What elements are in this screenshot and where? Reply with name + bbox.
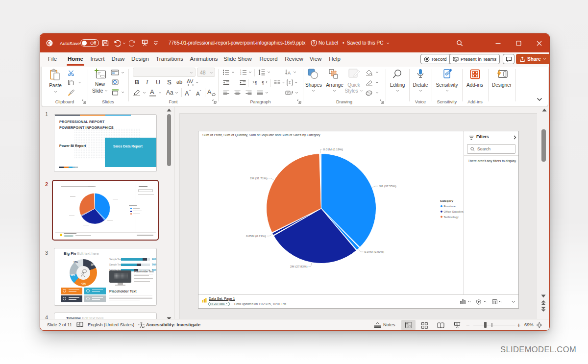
align-center-icon[interactable] xyxy=(234,90,241,96)
clipboard-dialog-launcher-icon[interactable] xyxy=(82,99,86,104)
tab-home[interactable]: Home xyxy=(66,52,85,65)
columns-icon[interactable] xyxy=(274,80,280,85)
cut-icon[interactable] xyxy=(68,70,74,76)
collapse-ribbon-icon[interactable] xyxy=(537,97,542,101)
tab-insert[interactable]: Insert xyxy=(88,52,107,65)
copy-dropdown-icon[interactable] xyxy=(78,81,81,84)
paragraph-dialog-launcher-icon[interactable] xyxy=(297,99,301,104)
tab-transitions[interactable]: Transitions xyxy=(155,52,184,65)
layout-icon[interactable] xyxy=(111,70,119,75)
tab-draw[interactable]: Draw xyxy=(109,52,127,65)
font-size-combo[interactable]: 48 xyxy=(197,68,215,77)
shape-outline-icon[interactable] xyxy=(366,80,373,86)
dictate-button[interactable] xyxy=(416,69,424,79)
format-painter-icon[interactable] xyxy=(67,89,74,96)
filters-search-box[interactable]: Search xyxy=(467,144,515,154)
text-shadow-button[interactable]: S xyxy=(167,79,171,86)
columns-dropdown-icon[interactable] xyxy=(282,81,285,84)
justify-dropdown-icon[interactable] xyxy=(265,92,269,94)
next-slide-button[interactable] xyxy=(541,307,546,312)
shape-effects-dropdown-icon[interactable] xyxy=(375,92,379,94)
rtl-paragraph-icon[interactable]: ¶ xyxy=(262,80,268,85)
tab-animations[interactable]: Animations xyxy=(189,52,219,65)
font-color-button[interactable]: A xyxy=(150,88,154,96)
highlight-dropdown-icon[interactable] xyxy=(143,92,146,94)
zoom-in-button[interactable]: + xyxy=(517,319,521,330)
tab-help[interactable]: Help xyxy=(327,52,343,65)
save-icon[interactable] xyxy=(102,40,109,47)
slide-1-thumbnail[interactable]: PROFESSIONAL REPORTPOWERPOINT INFOGRAPHI… xyxy=(54,114,157,172)
layout-dropdown-icon[interactable] xyxy=(121,72,124,74)
zoom-slider-knob[interactable] xyxy=(484,322,487,328)
align-left-icon[interactable] xyxy=(223,90,229,96)
text-direction-icon[interactable]: A xyxy=(285,69,291,75)
bold-button[interactable]: B xyxy=(135,79,139,86)
pbi-chart-type-icon[interactable] xyxy=(460,299,466,304)
tab-view[interactable]: View xyxy=(308,52,323,65)
pbi-grid-chevron-icon[interactable] xyxy=(498,300,502,303)
arrange-dropdown-icon[interactable] xyxy=(333,90,336,92)
record-button[interactable]: Record xyxy=(420,54,450,64)
saved-status-dropdown-icon[interactable] xyxy=(386,42,390,45)
align-right-icon[interactable] xyxy=(245,90,252,96)
numbering-dropdown-icon[interactable] xyxy=(248,71,252,73)
slide-indicator[interactable]: Slide 2 of 11 xyxy=(47,319,72,330)
pbi-live-data-pill[interactable]: Live data xyxy=(208,302,230,306)
tab-record[interactable]: Record xyxy=(258,52,279,65)
tab-review[interactable]: Review xyxy=(283,52,305,65)
text-direction-dropdown-icon[interactable] xyxy=(293,71,296,73)
zoom-out-button[interactable]: − xyxy=(466,319,470,330)
sensitivity-button[interactable] xyxy=(443,69,453,79)
font-dialog-launcher-icon[interactable] xyxy=(212,99,217,104)
redo-icon[interactable] xyxy=(129,40,136,47)
italic-button[interactable]: I xyxy=(146,79,148,86)
normal-view-button[interactable] xyxy=(401,320,416,330)
close-button[interactable] xyxy=(529,34,549,52)
slide-sorter-view-button[interactable] xyxy=(417,320,432,330)
paste-button[interactable] xyxy=(49,69,61,81)
new-slide-button[interactable] xyxy=(94,69,106,80)
reset-icon[interactable] xyxy=(111,79,119,85)
slide-2-thumbnail[interactable] xyxy=(55,182,156,239)
language-indicator[interactable]: English (United States) xyxy=(88,319,134,330)
minimize-button[interactable] xyxy=(488,34,508,52)
tab-file[interactable]: File xyxy=(45,52,60,65)
pbi-filter-shield-icon[interactable] xyxy=(476,299,481,305)
spell-check-icon[interactable] xyxy=(76,322,83,328)
highlight-color-icon[interactable] xyxy=(133,89,141,96)
label-badge[interactable]: No Label xyxy=(318,40,338,46)
pbi-filter-chevron-icon[interactable] xyxy=(483,300,487,303)
clear-formatting-button[interactable]: A xyxy=(207,89,211,96)
pbi-chart-type-chevron-icon[interactable] xyxy=(467,300,471,303)
drawing-dialog-launcher-icon[interactable] xyxy=(380,99,384,104)
slide-4-thumbnail[interactable]: Timeline Edit text here xyxy=(54,313,157,319)
reading-view-button[interactable] xyxy=(434,320,448,330)
zoom-slider-track[interactable] xyxy=(473,325,515,326)
autosave-toggle[interactable]: Off xyxy=(80,39,99,47)
section-icon[interactable] xyxy=(111,89,119,96)
align-text-icon[interactable] xyxy=(287,79,293,86)
shapes-dropdown-icon[interactable] xyxy=(312,90,315,92)
pbi-dataset-link[interactable]: Data Set, Page 1 xyxy=(209,297,235,300)
decrease-indent-icon[interactable] xyxy=(223,80,229,85)
maximize-button[interactable] xyxy=(508,34,529,52)
slide-canvas[interactable]: Sum of Profit, Sum of Quantity, Sum of S… xyxy=(198,131,519,309)
paste-dropdown-icon[interactable] xyxy=(54,91,57,93)
section-dropdown-icon[interactable] xyxy=(121,91,124,94)
arrange-button[interactable] xyxy=(327,69,339,80)
shape-fill-dropdown-icon[interactable] xyxy=(375,71,379,73)
sensitivity-dropdown-icon[interactable] xyxy=(445,90,449,92)
notes-button[interactable]: Notes xyxy=(383,319,395,330)
addins-button[interactable] xyxy=(470,69,480,79)
font-color-dropdown-icon[interactable] xyxy=(158,92,162,94)
main-scrollbar-thumb[interactable] xyxy=(541,129,546,162)
change-case-dropdown-icon[interactable] xyxy=(175,92,178,94)
sensitivity-label-icon[interactable] xyxy=(311,40,317,47)
customize-quick-access-icon[interactable] xyxy=(153,41,158,45)
present-in-teams-button[interactable]: Present in Teams xyxy=(449,54,500,64)
font-name-combo[interactable] xyxy=(133,68,196,77)
shrink-font-button[interactable]: Aˇ xyxy=(196,89,201,97)
increase-indent-icon[interactable] xyxy=(240,80,246,85)
underline-button[interactable]: U xyxy=(156,79,160,86)
fit-slide-icon[interactable] xyxy=(536,322,542,328)
